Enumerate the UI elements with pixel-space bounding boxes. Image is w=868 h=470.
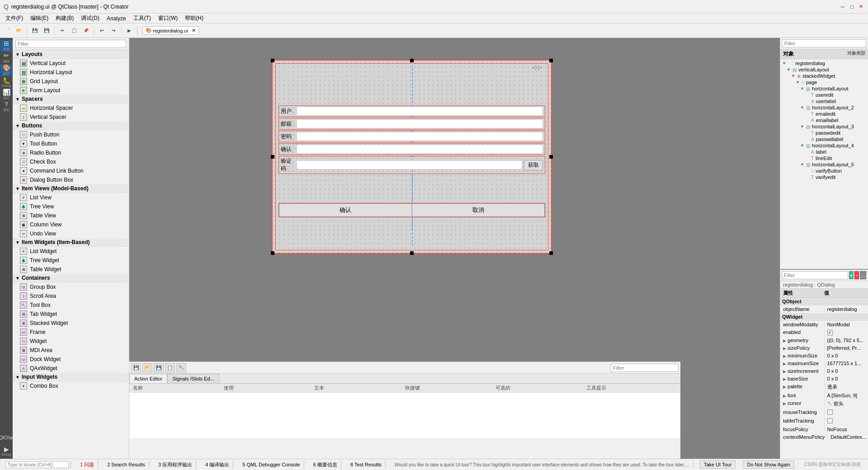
input-password[interactable] <box>297 132 543 141</box>
status-test[interactable]: 8 Test Results <box>347 461 386 468</box>
props-dots-btn[interactable]: … <box>860 271 866 279</box>
status-app-output[interactable]: 3 应用程序输出 <box>155 461 196 469</box>
widget-tool-box[interactable]: 🔧 Tool Box <box>13 301 129 310</box>
sidebar-help[interactable]: ? 帮助 <box>0 101 12 113</box>
handle-mr[interactable] <box>549 155 553 159</box>
prop-enabled[interactable]: enabled ✓ <box>780 329 868 337</box>
file-tab-close[interactable]: ✕ <box>192 28 196 33</box>
widget-group-box[interactable]: ▭ Group Box <box>13 282 129 291</box>
widget-push-button[interactable]: □ Push Button <box>13 130 129 139</box>
widget-vertical-spacer[interactable]: ↕ Vertical Spacer <box>13 113 129 122</box>
status-problems[interactable]: 1 问题 <box>76 461 98 469</box>
take-tour-btn[interactable]: Take UI Tour <box>700 461 736 469</box>
tree-varifyedit[interactable]: T varifyedit <box>781 174 867 180</box>
widget-vertical-layout[interactable]: ▤ Vertical Layout <box>13 59 129 68</box>
props-minus-btn[interactable]: - <box>854 271 859 279</box>
close-button[interactable]: ✕ <box>857 3 864 10</box>
tb-save[interactable]: 💾 <box>29 25 40 36</box>
sidebar-debug[interactable]: 🐛 Debug <box>0 76 12 88</box>
prop-minimumsize[interactable]: ▶ minimumSize 0 x 0 <box>780 352 868 360</box>
tree-horizontalLayout5[interactable]: ▼ ▥ horizontalLayout_5 <box>781 161 867 168</box>
sidebar-debug2[interactable]: ▶ Debug <box>0 445 12 457</box>
tree-varifyButton[interactable]: □ varifyButton <box>781 168 867 174</box>
tab-signals-slots[interactable]: Signals /Slots Ed... <box>167 374 219 383</box>
sidebar-project[interactable]: 📊 项目 <box>0 89 12 100</box>
widget-qaxwidget[interactable]: A QAxWidget <box>13 364 129 373</box>
minimize-button[interactable]: ─ <box>839 3 846 10</box>
prop-focuspolicy[interactable]: focusPolicy NoFocus <box>780 426 868 433</box>
tb-paste[interactable]: 📌 <box>80 25 91 36</box>
tree-horizontalLayout3[interactable]: ▼ ▥ horizontalLayout_3 <box>781 123 867 130</box>
widget-tool-button[interactable]: ▼ Tool Button <box>13 139 129 148</box>
widget-tree-widget[interactable]: 🌲 Tree Widget <box>13 256 129 265</box>
handle-br[interactable] <box>549 251 553 255</box>
tb-redo[interactable]: ↪ <box>108 25 119 36</box>
prop-windowmodality[interactable]: windowModality NonModal <box>780 321 868 329</box>
widget-scroll-area[interactable]: ↕ Scroll Area <box>13 291 129 301</box>
widget-dock-widget[interactable]: ▭ Dock Widget <box>13 355 129 364</box>
sidebar-design[interactable]: 🎨 设计 <box>0 64 12 76</box>
sidebar-qtchat[interactable]: QtChat <box>0 432 12 444</box>
tb-open[interactable]: 📂 <box>14 25 24 36</box>
act-copy[interactable]: 📋 <box>165 363 175 372</box>
status-qml[interactable]: 5 QML Debugger Console <box>239 461 304 468</box>
menu-file[interactable]: 文件(F) <box>2 14 27 23</box>
prop-cursor[interactable]: ▶ cursor ↖ 箭头 <box>780 400 868 409</box>
status-search-area[interactable] <box>4 461 71 468</box>
locate-input[interactable] <box>5 461 69 468</box>
props-plus-btn[interactable]: + <box>849 271 854 279</box>
handle-tr[interactable] <box>549 59 553 62</box>
act-open[interactable]: 📂 <box>142 363 152 372</box>
widget-command-link[interactable]: ➤ Command Link Button <box>13 166 129 175</box>
prop-palette[interactable]: ▶ palette 透承 <box>780 383 868 392</box>
sidebar-edit[interactable]: ✏ 编辑 <box>0 52 12 64</box>
input-email[interactable] <box>297 119 543 128</box>
widget-combo-box[interactable]: ▾ Combo Box <box>13 381 129 390</box>
widget-table-view[interactable]: ⊞ Table View <box>13 211 129 220</box>
widget-list-widget[interactable]: ≡ List Widget <box>13 247 129 256</box>
tb-copy[interactable]: 📋 <box>69 25 80 36</box>
widget-horizontal-layout[interactable]: ▥ Horizontal Layout <box>13 68 129 77</box>
widget-mdi-area[interactable]: ⊞ MDI Area <box>13 346 129 355</box>
tree-passwdlabel[interactable]: A passwdlabel <box>781 136 867 142</box>
section-containers[interactable]: ▼ Containers <box>13 274 129 282</box>
handle-tl[interactable] <box>271 59 274 62</box>
tree-useredit[interactable]: T useredit <box>781 92 867 98</box>
widget-form-layout[interactable]: ≡ Form Layout <box>13 86 129 95</box>
tb-save-all[interactable]: 💾 <box>41 25 52 36</box>
widget-tree-view[interactable]: 🌲 Tree View <box>13 202 129 211</box>
act-new[interactable]: 💾 <box>131 363 141 372</box>
confirm-btn[interactable]: 确认 <box>279 203 412 217</box>
get-verify-btn[interactable]: 获取 <box>524 160 543 170</box>
section-item-widgets[interactable]: ▼ Item Widgets (Item-Based) <box>13 238 129 247</box>
widget-column-view[interactable]: ▦ Column View <box>13 220 129 229</box>
cancel-btn[interactable]: 取消 <box>412 203 545 217</box>
tree-passwdedit[interactable]: T passwdedit <box>781 130 867 136</box>
prop-font[interactable]: ▶ font A [SimSun, 9] <box>780 392 868 400</box>
tree-horizontalLayout4[interactable]: ▼ ▥ horizontalLayout_4 <box>781 142 867 149</box>
tree-horizontalLayout[interactable]: ▼ ▥ horizontalLayout <box>781 85 867 92</box>
widget-horizontal-spacer[interactable]: ↔ Horizontal Spacer <box>13 103 129 113</box>
section-buttons[interactable]: ▼ Buttons <box>13 122 129 130</box>
tree-registerdialog[interactable]: ▼ 📄 registerdialog <box>781 60 867 66</box>
tab-action-editor[interactable]: Action Editor <box>129 374 167 383</box>
file-tab[interactable]: 🎨 registerdialog.ui ✕ <box>142 26 199 35</box>
menu-window[interactable]: 窗口(W) <box>155 14 181 23</box>
tree-emaillabel[interactable]: A emaillabel <box>781 117 867 123</box>
tb-cut[interactable]: ✂ <box>57 25 68 36</box>
tree-emailedit[interactable]: T emailedit <box>781 111 867 117</box>
input-user[interactable] <box>297 107 543 116</box>
widget-widget[interactable]: □ Widget <box>13 337 129 346</box>
action-filter[interactable] <box>611 364 679 372</box>
tree-horizontalLayout2[interactable]: ▼ ▥ horizontalLayout_2 <box>781 104 867 111</box>
widget-filter-input[interactable] <box>15 40 126 48</box>
menu-debug[interactable]: 调试(D) <box>77 14 103 23</box>
widget-dialog-btn-box[interactable]: ⊠ Dialog Button Box <box>13 175 129 184</box>
section-input-widgets[interactable]: ▼ Input Widgets <box>13 373 129 381</box>
menu-build[interactable]: 构建(B) <box>52 14 77 23</box>
maximize-button[interactable]: □ <box>848 3 855 10</box>
handle-bc[interactable] <box>410 251 414 255</box>
widget-stacked-widget[interactable]: ⊕ Stacked Widget <box>13 319 129 328</box>
menu-tools[interactable]: 工具(T) <box>130 14 155 23</box>
widget-list-view[interactable]: ≡ List View <box>13 193 129 202</box>
